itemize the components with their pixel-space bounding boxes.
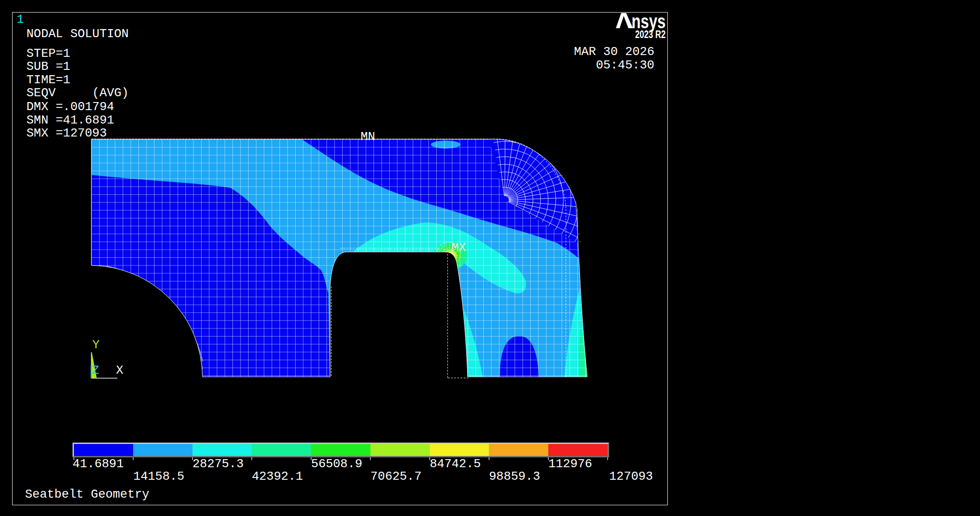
svg-text:2023 R2: 2023 R2 [635, 28, 666, 40]
